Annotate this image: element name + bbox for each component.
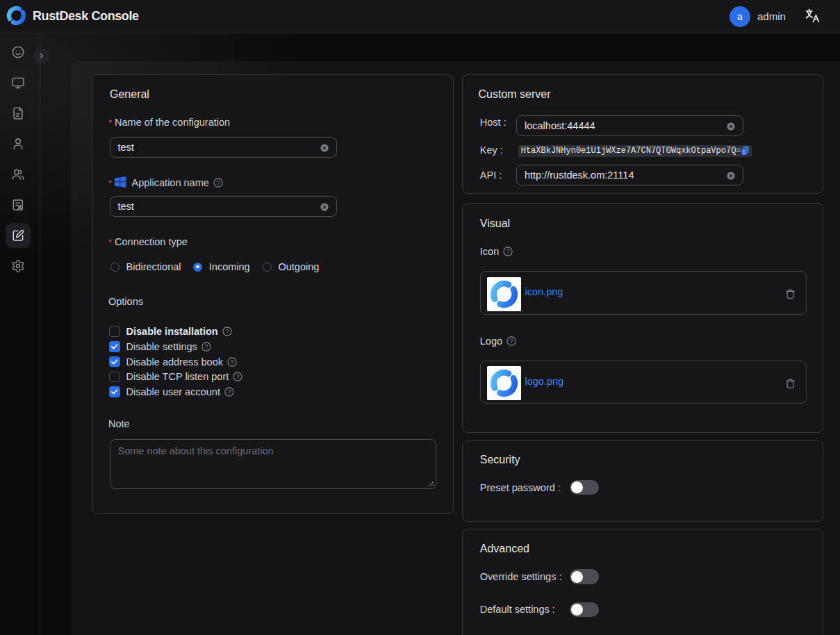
svg-text:?: ? xyxy=(227,388,231,395)
svg-text:?: ? xyxy=(510,338,513,345)
svg-text:?: ? xyxy=(225,328,229,335)
svg-text:?: ? xyxy=(507,248,510,255)
svg-text:?: ? xyxy=(236,374,240,381)
svg-text:?: ? xyxy=(204,343,208,350)
svg-text:?: ? xyxy=(216,179,220,186)
svg-text:?: ? xyxy=(230,358,233,365)
